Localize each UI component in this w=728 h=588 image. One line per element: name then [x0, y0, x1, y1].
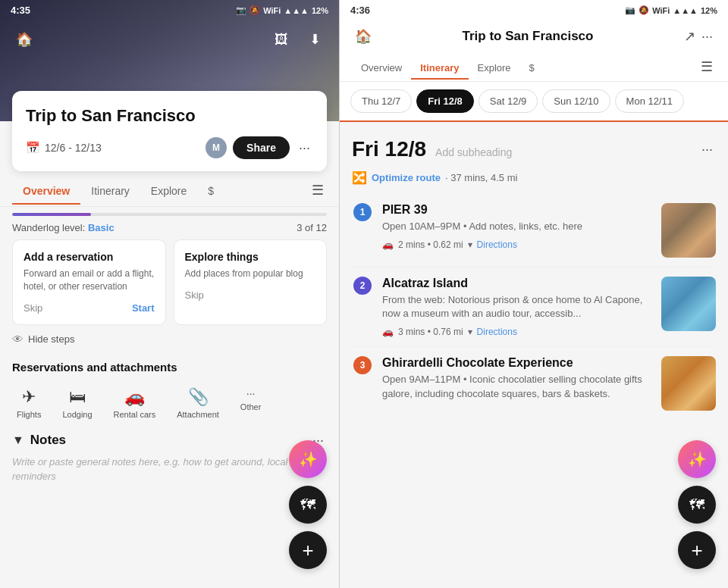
place-name-3[interactable]: Ghirardelli Chocolate Experience	[382, 356, 652, 370]
right-tabs: Overview Itinerary Explore $ ☰	[352, 52, 716, 81]
place-content-1: PIER 39 Open 10AM–9PM • Add notes, links…	[382, 203, 652, 250]
skip-reservation-button[interactable]: Skip	[24, 302, 42, 314]
reservation-lodging[interactable]: 🛏 Lodging	[52, 381, 102, 425]
setup-cards: Add a reservation Forward an email or ad…	[0, 239, 339, 325]
hide-steps-label: Hide steps	[28, 333, 74, 345]
fab-add-button-right[interactable]: +	[678, 531, 716, 569]
day-subheading[interactable]: Add subheading	[435, 146, 512, 158]
fab-map-button-right[interactable]: 🗺	[678, 486, 716, 524]
date-pill-sat[interactable]: Sat 12/9	[479, 89, 538, 113]
right-tab-dollar[interactable]: $	[520, 55, 544, 80]
tab-overview[interactable]: Overview	[12, 176, 80, 205]
fab-add-button-left[interactable]: +	[289, 531, 327, 569]
calendar-icon: 📅	[26, 141, 40, 155]
place-name-2[interactable]: Alcatraz Island	[382, 277, 652, 290]
date-pill-fri[interactable]: Fri 12/8	[416, 89, 474, 113]
trip-dates: 📅 12/6 - 12/13	[26, 141, 102, 155]
day-heading: Fri 12/8 Add subheading ···	[340, 122, 728, 167]
car-icon-2: 🚗	[382, 327, 394, 337]
skip-explore-button[interactable]: Skip	[185, 289, 204, 301]
date-pill-mon[interactable]: Mon 12/11	[615, 89, 684, 113]
place-number-2: 2	[353, 277, 372, 295]
place-thumb-3[interactable]	[661, 356, 716, 411]
wanderlog-level[interactable]: Basic	[88, 222, 115, 233]
right-battery: 12%	[701, 6, 717, 15]
reservation-flights[interactable]: ✈ Flights	[6, 381, 52, 425]
directions-link-2[interactable]: Directions	[477, 327, 517, 337]
mute-icon: 🔕	[249, 5, 260, 15]
day-heading-left: Fri 12/8 Add subheading	[352, 137, 512, 161]
notes-placeholder[interactable]: Write or paste general notes here, e.g. …	[12, 455, 327, 484]
setup-card-reservation-desc: Forward an email or add a flight, hotel,…	[24, 267, 155, 293]
share-icon-right[interactable]: ↗	[681, 27, 698, 46]
right-tab-menu[interactable]: ☰	[698, 52, 716, 81]
other-icon: ···	[246, 387, 256, 399]
reservation-other[interactable]: ··· Other	[230, 381, 272, 425]
fab-wand-button-left[interactable]: ✨	[289, 440, 327, 478]
place-desc-2: From the web: Notorious prison & once ho…	[382, 293, 652, 321]
reservations-row: ✈ Flights 🛏 Lodging 🚗 Rental cars 📎 Atta…	[0, 378, 339, 428]
left-phone: 4:35 📷 🔕 WiFi ▲▲▲ 12% 🏠 🖼 ⬇ Trip to San …	[0, 0, 340, 588]
place-left-1: 1	[352, 203, 373, 221]
optimize-link[interactable]: Optimize route	[372, 172, 441, 183]
directions-link-1[interactable]: Directions	[477, 239, 517, 250]
progress-bar-row	[0, 207, 339, 216]
place-travel-1: 🚗 2 mins • 0.62 mi ▾ Directions	[382, 239, 652, 250]
right-trip-title: Trip to San Francisco	[375, 29, 681, 44]
tab-explore[interactable]: Explore	[140, 176, 197, 205]
right-phone: 4:36 📷 🔕 WiFi ▲▲▲ 12% 🏠 Trip to San Fran…	[340, 0, 728, 588]
place-thumb-2[interactable]	[661, 277, 716, 331]
right-mute-icon: 🔕	[639, 5, 649, 15]
right-tab-overview[interactable]: Overview	[352, 55, 411, 80]
trip-card: Trip to San Francisco 📅 12/6 - 12/13 M S…	[12, 91, 327, 171]
more-icon-right[interactable]: ···	[698, 27, 716, 46]
tab-menu-button[interactable]: ☰	[309, 174, 327, 206]
place-travel-2: 🚗 3 mins • 0.76 mi ▾ Directions	[382, 327, 652, 337]
reservations-title: Reservations and attachments	[0, 353, 339, 378]
place-left-2: 2	[352, 277, 373, 295]
home-icon[interactable]: 🏠	[12, 27, 36, 52]
flights-label: Flights	[17, 410, 41, 419]
more-button[interactable]: ···	[296, 139, 313, 158]
place-list: 1 PIER 39 Open 10AM–9PM • Add notes, lin…	[340, 194, 728, 420]
day-more-button[interactable]: ···	[698, 140, 716, 159]
place-thumb-1[interactable]	[661, 203, 716, 258]
tab-itinerary[interactable]: Itinerary	[80, 176, 140, 205]
day-title: Fri 12/8	[352, 137, 426, 161]
right-wifi-icon: WiFi	[652, 6, 670, 15]
start-reservation-button[interactable]: Start	[132, 302, 155, 314]
date-pills: Thu 12/7 Fri 12/8 Sat 12/9 Sun 12/10 Mon…	[340, 82, 728, 122]
lodging-icon: 🛏	[69, 387, 86, 407]
fab-map-button-left[interactable]: 🗺	[289, 486, 327, 524]
tab-dollar[interactable]: $	[197, 176, 224, 205]
notes-chevron-icon: ▼	[12, 433, 24, 447]
travel-dot-1: ▾	[468, 239, 472, 250]
camera-icon: 📷	[236, 5, 246, 15]
right-status-icons: 📷 🔕 WiFi ▲▲▲ 12%	[625, 5, 717, 15]
trip-meta: 📅 12/6 - 12/13 M Share ···	[26, 136, 313, 159]
right-tab-explore[interactable]: Explore	[469, 55, 520, 80]
left-status-icons: 📷 🔕 WiFi ▲▲▲ 12%	[236, 5, 328, 15]
flights-icon: ✈	[22, 387, 36, 407]
right-tab-itinerary[interactable]: Itinerary	[411, 55, 468, 80]
dates-text: 12/6 - 12/13	[45, 142, 102, 154]
attachment-label: Attachment	[177, 410, 219, 419]
hide-steps-row[interactable]: 👁 Hide steps	[0, 325, 339, 353]
reservation-cars[interactable]: 🚗 Rental cars	[103, 381, 167, 425]
attachment-icon: 📎	[188, 387, 209, 407]
date-pill-sun[interactable]: Sun 12/10	[542, 89, 610, 113]
download-icon[interactable]: ⬇	[303, 27, 327, 52]
image-icon[interactable]: 🖼	[269, 27, 293, 52]
date-pill-thu[interactable]: Thu 12/7	[350, 89, 412, 113]
setup-card-reservation: Add a reservation Forward an email or ad…	[12, 239, 166, 325]
hide-steps-icon: 👁	[12, 333, 24, 346]
home-icon-right[interactable]: 🏠	[352, 27, 375, 46]
right-camera-icon: 📷	[625, 5, 635, 15]
cars-label: Rental cars	[114, 410, 156, 419]
place-item-alcatraz: 2 Alcatraz Island From the web: Notoriou…	[352, 267, 716, 347]
reservation-attachment[interactable]: 📎 Attachment	[166, 381, 230, 425]
fab-wand-button-right[interactable]: ✨	[678, 440, 716, 478]
place-name-1[interactable]: PIER 39	[382, 203, 652, 217]
share-button[interactable]: Share	[233, 136, 290, 159]
setup-card-explore-actions: Skip	[185, 289, 316, 301]
